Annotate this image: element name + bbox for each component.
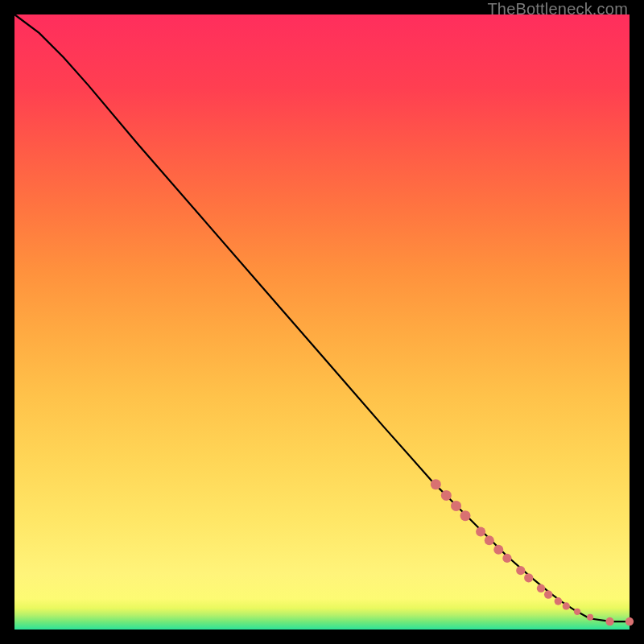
data-marker — [516, 566, 525, 575]
chart-stage: TheBottleneck.com — [0, 0, 644, 644]
data-marker — [485, 535, 494, 545]
data-marker — [555, 597, 563, 605]
data-marker — [563, 602, 570, 609]
data-marker — [587, 614, 593, 621]
data-marker — [451, 501, 461, 511]
chart-svg — [14, 14, 630, 630]
data-marker — [605, 617, 613, 625]
data-marker — [493, 545, 503, 555]
data-marker — [524, 573, 533, 582]
data-marker — [431, 479, 441, 489]
data-marker — [502, 554, 511, 563]
data-marker — [537, 584, 545, 592]
markers-group — [431, 479, 634, 625]
data-marker — [476, 527, 485, 537]
bottleneck-curve — [14, 14, 630, 621]
data-marker — [574, 609, 580, 615]
data-marker — [460, 510, 471, 521]
data-marker — [625, 617, 634, 625]
data-marker — [441, 490, 452, 501]
plot-area — [14, 14, 630, 630]
data-marker — [544, 590, 552, 598]
